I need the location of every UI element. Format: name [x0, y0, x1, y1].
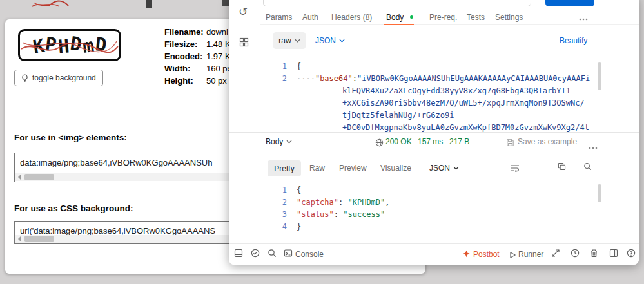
- toggle-background-button[interactable]: toggle background: [14, 70, 103, 86]
- code-line: 1 {: [260, 184, 638, 196]
- request-editor-scrollbar[interactable]: [598, 62, 601, 90]
- code-line: tjDqtz5felahNUg/+rG6zo9i: [260, 109, 638, 122]
- checklist-icon[interactable]: [251, 249, 260, 260]
- background-page-fragment: [146, 0, 152, 8]
- chevron-down-icon: [339, 39, 345, 43]
- tab-tests[interactable]: Tests: [467, 13, 485, 22]
- chevron-down-icon: [453, 166, 459, 170]
- body-format-value: JSON: [315, 36, 336, 45]
- img-usage-heading: For use in <img> elements:: [14, 133, 127, 142]
- code-text: klEQVR4Xu2ZaXLcOgyEdd38yyV8xZxg7qG8EbgA3…: [260, 85, 571, 97]
- meta-height-value: 50 px: [206, 76, 227, 86]
- meta-filesize-label: Filesize:: [164, 39, 197, 49]
- code-line: +DC0vDfMxgpnaKbv8yuLA0zGvzmXwKpfBD7M0zGv…: [260, 122, 638, 132]
- code-line: 4 }: [260, 221, 638, 233]
- collections-grid-icon[interactable]: [239, 37, 249, 50]
- code-text: }: [287, 221, 301, 233]
- code-text: "captcha": "KPHDmD",: [287, 196, 390, 209]
- meta-encoded-label: Encoded:: [164, 52, 202, 61]
- scroll-left-arrow-icon[interactable]: [15, 235, 23, 243]
- response-format-value: JSON: [429, 164, 450, 173]
- save-icon[interactable]: [506, 138, 514, 149]
- beautify-button[interactable]: Beautify: [560, 36, 587, 45]
- response-size: 217 B: [449, 137, 469, 146]
- cookies-time-icon[interactable]: [571, 249, 580, 260]
- response-body-viewer[interactable]: 1 { 2 "captcha": "KPHDmD", 3 "status": "…: [260, 179, 638, 234]
- tabs-divider: [260, 24, 639, 25]
- response-more-options-icon[interactable]: [589, 140, 598, 152]
- scrollbar-thumb[interactable]: [24, 174, 54, 180]
- split-panel-icon[interactable]: [609, 249, 618, 260]
- copy-icon[interactable]: [558, 162, 566, 173]
- code-line: 1 {: [260, 61, 638, 73]
- response-tab-visualize[interactable]: Visualize: [380, 164, 411, 173]
- code-text: +DC0vDfMxgpnaKbv8yuLA0zGvzmXwKpfBD7M0zGv…: [260, 122, 589, 132]
- capture-requests-icon[interactable]: [551, 249, 560, 260]
- scrollbar-thumb[interactable]: [24, 236, 54, 242]
- history-icon[interactable]: ↺: [239, 6, 248, 17]
- save-as-example-button[interactable]: Save as example: [518, 137, 577, 146]
- code-line: 3 "status": "success": [260, 209, 638, 221]
- response-tab-raw[interactable]: Raw: [309, 164, 325, 173]
- console-button[interactable]: Console: [295, 250, 324, 259]
- chevron-down-icon: [286, 140, 292, 144]
- runner-play-icon[interactable]: [509, 250, 516, 261]
- body-format-dropdown[interactable]: JSON: [315, 36, 345, 45]
- tab-pre-request[interactable]: Pre-req.: [429, 13, 457, 22]
- network-globe-icon: [375, 138, 384, 149]
- line-number: 2: [260, 73, 287, 85]
- wrap-lines-icon[interactable]: [511, 163, 520, 175]
- postbot-button[interactable]: Postbot: [473, 250, 500, 259]
- tab-body[interactable]: Body: [386, 13, 404, 22]
- code-text: "status": "success": [287, 209, 385, 221]
- response-status: 200 OK: [385, 137, 412, 146]
- console-icon[interactable]: [284, 249, 293, 260]
- meta-encoded-value: 1.97 K: [206, 52, 231, 61]
- css-usage-heading: For use as CSS background:: [14, 204, 133, 213]
- code-text: +xXC6isZA90riSbbv48ezM7Q/uWL5+/xpqJrmXmq…: [260, 97, 585, 109]
- sidebar-toggle-icon[interactable]: [234, 249, 243, 260]
- postbot-icon[interactable]: [462, 249, 471, 261]
- search-icon[interactable]: [583, 162, 592, 173]
- lightbulb-icon: [21, 74, 28, 82]
- active-tab-underline: [384, 24, 414, 25]
- captcha-image: KPHDmD: [18, 29, 121, 61]
- find-icon[interactable]: [268, 249, 277, 260]
- meta-filesize-value: 1.48 K: [206, 39, 231, 49]
- meta-filename-value: downl: [206, 27, 228, 37]
- tab-headers[interactable]: Headers (8): [331, 13, 372, 22]
- tab-auth[interactable]: Auth: [302, 13, 318, 22]
- background-captcha-fragment: [31, 0, 70, 9]
- response-tab-pretty[interactable]: Pretty: [268, 160, 301, 176]
- postman-mini-sidebar: ↺: [229, 0, 260, 243]
- code-text: tjDqtz5felahNUg/+rG6zo9i: [260, 109, 454, 122]
- runner-button[interactable]: Runner: [518, 250, 543, 259]
- response-body-dropdown[interactable]: Body: [266, 137, 292, 146]
- code-line: +xXC6isZA90riSbbv48ezM7Q/uWL5+/xpqJrmXmq…: [260, 97, 638, 109]
- postman-status-bar: Console Postbot Runner: [229, 243, 639, 265]
- code-text: {: [287, 61, 301, 73]
- help-icon[interactable]: [627, 249, 636, 260]
- body-type-value: raw: [278, 36, 291, 45]
- request-url-field[interactable]: [263, 0, 531, 6]
- response-viewer-scrollbar[interactable]: [598, 184, 601, 202]
- screen: KPHDmD toggle background Filename: downl…: [0, 0, 644, 284]
- request-body-editor[interactable]: 1 { 2 ····"base64":"iVBORw0KGgoAAAANSUhE…: [260, 54, 638, 132]
- code-text: ····"base64":"iVBORw0KGgoAAAANSUhEUgAAAK…: [287, 73, 590, 85]
- response-time: 157 ms: [418, 137, 443, 146]
- request-response-splitter[interactable]: [229, 132, 639, 133]
- trash-icon[interactable]: [590, 249, 598, 260]
- line-number: 1: [260, 61, 287, 73]
- request-more-options-icon[interactable]: [579, 12, 588, 23]
- tab-params[interactable]: Params: [266, 13, 292, 22]
- response-format-dropdown[interactable]: JSON: [429, 164, 459, 173]
- tab-settings[interactable]: Settings: [495, 13, 523, 22]
- toggle-background-label: toggle background: [32, 73, 96, 82]
- scroll-left-arrow-icon[interactable]: [15, 173, 23, 181]
- meta-width-label: Width:: [164, 64, 190, 73]
- body-modified-dot: [410, 15, 413, 19]
- response-tab-preview[interactable]: Preview: [339, 164, 367, 173]
- body-type-dropdown[interactable]: raw: [273, 32, 306, 49]
- send-button[interactable]: [545, 0, 594, 6]
- line-number: 4: [260, 221, 287, 233]
